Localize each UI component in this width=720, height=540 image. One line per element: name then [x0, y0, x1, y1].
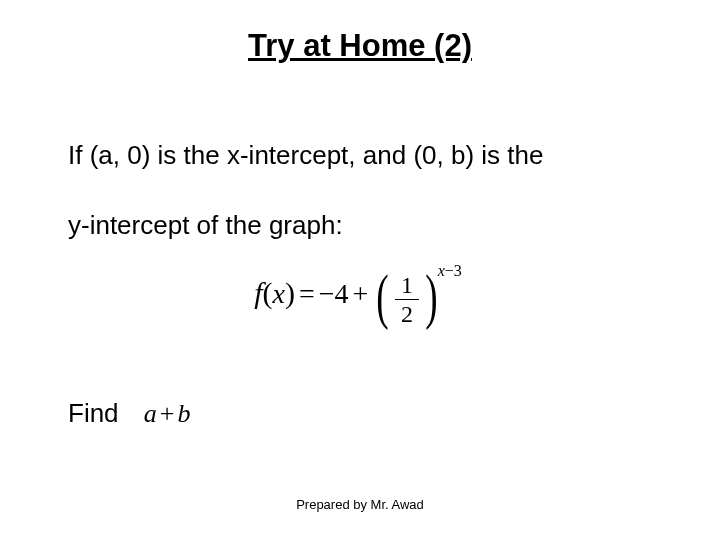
formula-f: f	[254, 276, 262, 309]
exponent-x: x	[438, 262, 445, 279]
slide-title: Try at Home (2)	[0, 28, 720, 64]
find-expression: a+b	[126, 399, 191, 428]
formula-base: (12)	[372, 268, 441, 330]
footer-credit: Prepared by Mr. Awad	[0, 497, 720, 512]
problem-line-2: y-intercept of the graph:	[68, 210, 343, 241]
formula-x: x	[273, 278, 285, 309]
problem-line-1: If (a, 0) is the x-intercept, and (0, b)…	[68, 140, 543, 171]
slide: Try at Home (2) If (a, 0) is the x-inter…	[0, 0, 720, 540]
find-label: Find	[68, 398, 119, 428]
formula-neg4: −4	[319, 278, 349, 309]
function-formula: f(x)=−4+(12)x−3	[0, 268, 720, 330]
exponent-rest: −3	[445, 262, 462, 279]
expr-plus: +	[157, 399, 178, 428]
fraction-den: 2	[395, 299, 419, 326]
exponent: x−3	[438, 262, 462, 280]
formula-equals: =	[295, 278, 319, 309]
formula-plus: +	[349, 278, 373, 309]
formula-rparen: )	[285, 276, 295, 309]
fraction-num: 1	[395, 273, 419, 299]
fraction: 12	[393, 273, 421, 326]
expr-a: a	[144, 399, 157, 428]
big-lparen: (	[376, 265, 388, 327]
formula-lparen: (	[263, 276, 273, 309]
big-rparen: )	[425, 265, 437, 327]
find-row: Find a+b	[68, 398, 190, 429]
expr-b: b	[177, 399, 190, 428]
